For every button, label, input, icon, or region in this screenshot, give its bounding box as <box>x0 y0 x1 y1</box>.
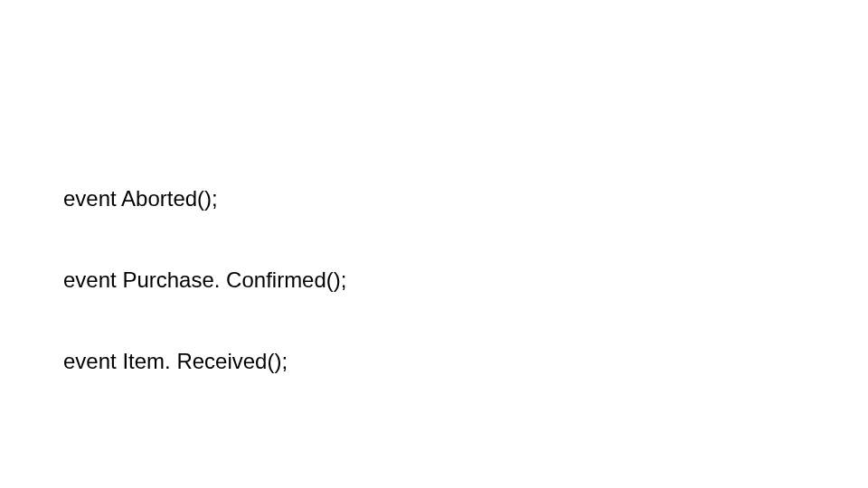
code-line: event Purchase. Confirmed(); <box>63 267 805 294</box>
events-block: event Aborted(); event Purchase. Confirm… <box>63 131 805 429</box>
constructor-block: constructor() public payable { seller = … <box>63 456 805 488</box>
code-line: event Item. Received(); <box>63 348 805 375</box>
slide: event Aborted(); event Purchase. Confirm… <box>0 0 868 488</box>
code-line: event Aborted(); <box>63 185 805 212</box>
spacer <box>63 429 805 456</box>
